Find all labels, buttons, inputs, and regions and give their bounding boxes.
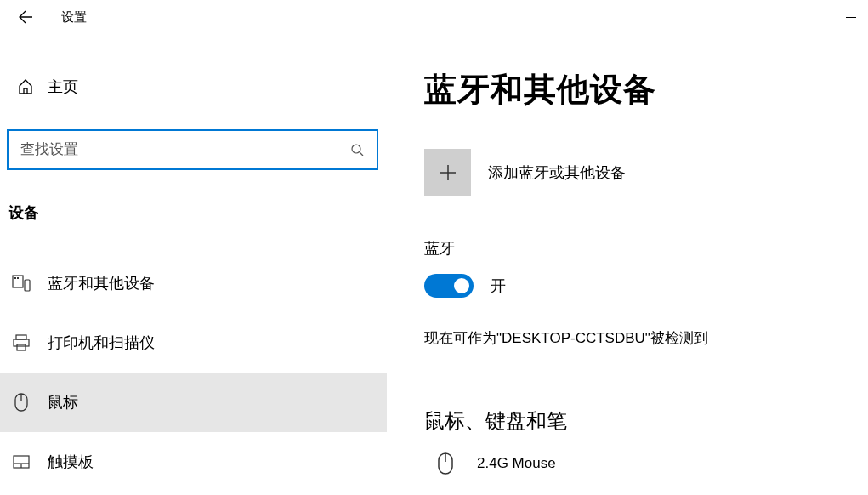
bluetooth-toggle[interactable] [424, 274, 474, 298]
plus-icon [424, 149, 471, 196]
search-box[interactable] [7, 129, 378, 170]
page-title: 蓝牙和其他设备 [424, 68, 868, 111]
back-arrow-icon [18, 9, 33, 25]
home-label: 主页 [48, 77, 78, 97]
sidebar-item-mouse[interactable]: 鼠标 [0, 373, 387, 432]
toggle-state: 开 [491, 276, 506, 296]
search-icon [349, 142, 365, 157]
printer-icon [9, 334, 34, 351]
add-device-button[interactable]: 添加蓝牙或其他设备 [424, 149, 868, 196]
sidebar: 主页 设备 [0, 34, 387, 495]
sidebar-item-label: 蓝牙和其他设备 [48, 273, 155, 293]
sidebar-item-label: 触摸板 [48, 452, 94, 472]
sidebar-item-bluetooth[interactable]: 蓝牙和其他设备 [0, 253, 387, 313]
touchpad-icon [9, 454, 34, 469]
sidebar-item-printers[interactable]: 打印机和扫描仪 [0, 313, 387, 373]
home-button[interactable]: 主页 [0, 68, 387, 105]
sidebar-item-touchpad[interactable]: 触摸板 [0, 432, 387, 492]
search-input[interactable] [20, 141, 349, 158]
svg-rect-6 [16, 335, 26, 339]
bluetooth-label: 蓝牙 [424, 238, 868, 259]
back-button[interactable] [12, 3, 39, 31]
content: 蓝牙和其他设备 添加蓝牙或其他设备 蓝牙 开 现在可作为"DESKTOP-CCT… [387, 34, 868, 495]
svg-point-0 [352, 145, 360, 153]
home-icon [12, 78, 39, 95]
sidebar-item-label: 打印机和扫描仪 [48, 333, 155, 353]
discoverable-text: 现在可作为"DESKTOP-CCTSDBU"被检测到 [424, 328, 868, 348]
device-name: 2.4G Mouse [477, 455, 556, 472]
sidebar-item-label: 鼠标 [48, 392, 78, 412]
add-device-label: 添加蓝牙或其他设备 [488, 162, 626, 183]
category-header: 设备 [0, 202, 387, 223]
svg-rect-3 [14, 277, 16, 279]
minimize-button[interactable] [842, 9, 859, 26]
device-item[interactable]: 2.4G Mouse [424, 452, 868, 475]
nav-list: 蓝牙和其他设备 打印机和扫描仪 [0, 253, 387, 492]
svg-rect-8 [17, 344, 26, 350]
svg-line-1 [360, 152, 363, 156]
mouse-icon [433, 452, 458, 475]
toggle-knob [454, 278, 469, 293]
devices-icon [9, 275, 34, 292]
svg-rect-5 [25, 280, 30, 291]
svg-rect-7 [14, 339, 29, 346]
mouse-icon [9, 392, 34, 412]
window-title: 设置 [61, 9, 87, 26]
titlebar: 设置 [0, 0, 868, 34]
svg-rect-4 [17, 277, 19, 279]
section-title: 鼠标、键盘和笔 [424, 407, 868, 435]
